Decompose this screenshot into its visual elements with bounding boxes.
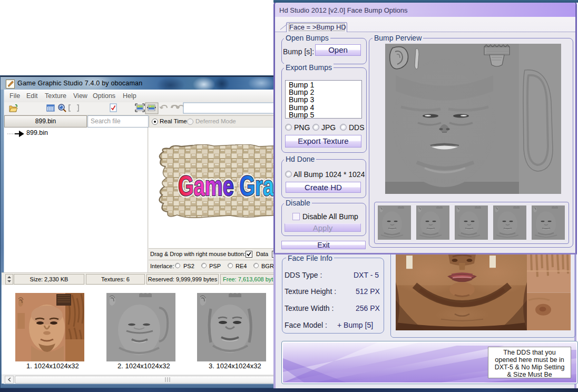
svg-text:Game Gra: Game Gra bbox=[178, 170, 275, 201]
